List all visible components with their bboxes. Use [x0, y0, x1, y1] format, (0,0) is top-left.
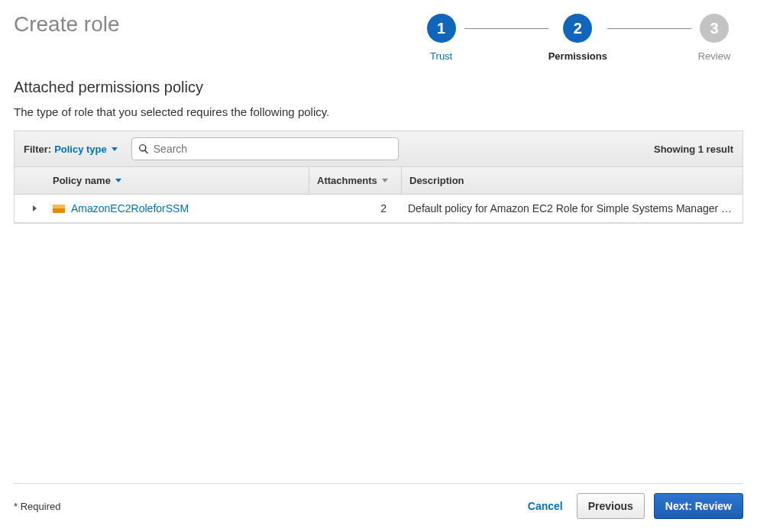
page-title: Create role	[14, 12, 120, 37]
wizard-step-permissions: 2 Permissions	[548, 14, 607, 62]
step-connector	[464, 28, 548, 29]
row-attachments: 2	[309, 195, 400, 222]
required-note: * Required	[14, 501, 60, 512]
step-label: Permissions	[548, 50, 607, 62]
footer-bar: * Required Cancel Previous Next: Review	[14, 483, 743, 519]
col-header-attachments-text: Attachments	[317, 175, 377, 186]
row-policy-name-cell: AmazonEC2RoleforSSM	[45, 195, 309, 222]
step-number: 2	[563, 14, 592, 43]
wizard-steps: 1 Trust 2 Permissions 3 Review	[419, 14, 737, 62]
chevron-down-icon	[112, 147, 118, 151]
col-header-attachments[interactable]: Attachments	[309, 167, 401, 194]
step-number: 1	[427, 14, 456, 43]
table-row: AmazonEC2RoleforSSM 2 Default policy for…	[15, 195, 742, 223]
previous-button[interactable]: Previous	[577, 493, 645, 519]
sort-caret-icon	[382, 179, 388, 182]
filter-dropdown[interactable]: Policy type	[54, 143, 118, 155]
sort-caret-icon	[115, 179, 121, 182]
table-header: Policy name Attachments Description	[15, 167, 742, 195]
step-connector	[607, 28, 691, 29]
cancel-button[interactable]: Cancel	[528, 500, 563, 512]
row-expand[interactable]	[15, 198, 45, 219]
policy-toolbar: Filter: Policy type Showing 1 result	[15, 131, 742, 167]
step-label: Trust	[419, 50, 464, 62]
footer-actions: Cancel Previous Next: Review	[528, 493, 743, 519]
col-header-name-text: Policy name	[53, 175, 111, 186]
col-expand	[15, 167, 45, 194]
policy-link[interactable]: AmazonEC2RoleforSSM	[71, 202, 189, 214]
col-header-name[interactable]: Policy name	[45, 167, 309, 194]
policy-box-icon	[53, 202, 65, 214]
policy-panel: Filter: Policy type Showing 1 result Pol…	[14, 131, 743, 224]
section-title: Attached permissions policy	[14, 79, 743, 96]
search-icon	[138, 143, 149, 154]
step-label: Review	[691, 50, 737, 62]
next-review-button[interactable]: Next: Review	[654, 493, 743, 519]
wizard-step-trust[interactable]: 1 Trust	[419, 14, 464, 62]
wizard-step-review: 3 Review	[691, 14, 737, 62]
step-number: 3	[700, 14, 729, 43]
filter-label: Filter:	[24, 143, 51, 155]
row-description: Default policy for Amazon EC2 Role for S…	[400, 195, 742, 222]
results-count: Showing 1 result	[654, 143, 733, 155]
col-header-description[interactable]: Description	[402, 167, 742, 194]
section-description: The type of role that you selected requi…	[14, 105, 743, 118]
search-wrapper	[131, 137, 399, 160]
search-input[interactable]	[131, 137, 399, 160]
filter-value: Policy type	[54, 143, 107, 155]
caret-right-icon	[33, 205, 37, 211]
